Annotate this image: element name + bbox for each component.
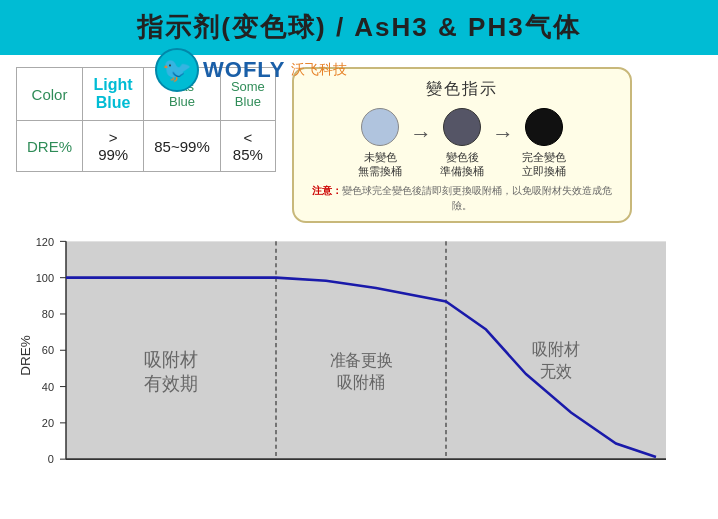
table-row-dre-label: DRE% xyxy=(17,121,83,172)
left-panel: Color Light Blue GasBlue SomeBlue DRE% >… xyxy=(16,67,276,223)
chart-svg: 0 20 40 60 80 100 120 DRE% 吸附材 有效期 准备更换 … xyxy=(16,231,702,511)
ball-item-2: 變色後準備換桶 xyxy=(440,108,484,179)
svg-text:40: 40 xyxy=(42,380,54,392)
note-red-label: 注意： xyxy=(312,185,342,196)
balls-row: 未變色無需換桶 → 變色後準備換桶 → 完全變色立即換桶 xyxy=(310,108,614,179)
page-title: 指示剂(变色球) / AsH3 & PH3气体 xyxy=(0,0,718,55)
ball-light xyxy=(361,108,399,146)
chart-area: 0 20 40 60 80 100 120 DRE% 吸附材 有效期 准备更换 … xyxy=(16,231,702,511)
ball-dark xyxy=(525,108,563,146)
table-val3: < 85% xyxy=(220,121,275,172)
indicator-title: 變色指示 xyxy=(310,79,614,100)
indicator-note: 注意：變色球完全變色後請即刻更換吸附桶，以免吸附材失效造成危險。 xyxy=(310,183,614,213)
ball-label-1: 未變色無需換桶 xyxy=(358,150,402,179)
table-col-some-blue: SomeBlue xyxy=(220,68,275,121)
svg-text:0: 0 xyxy=(48,453,54,465)
arrow-2: → xyxy=(492,121,514,147)
svg-text:准备更换: 准备更换 xyxy=(330,350,393,368)
color-table: Color Light Blue GasBlue SomeBlue DRE% >… xyxy=(16,67,276,172)
svg-text:80: 80 xyxy=(42,308,54,320)
title-text: 指示剂(变色球) / AsH3 & PH3气体 xyxy=(137,12,580,42)
svg-text:100: 100 xyxy=(36,271,54,283)
svg-text:吸附桶: 吸附桶 xyxy=(337,372,384,390)
table-col-header: Color xyxy=(17,68,83,121)
table-col-light-blue: Light Blue xyxy=(83,68,144,121)
main-content: Color Light Blue GasBlue SomeBlue DRE% >… xyxy=(0,55,718,223)
table-col-gas-blue: GasBlue xyxy=(144,68,220,121)
svg-text:吸附材: 吸附材 xyxy=(144,348,197,369)
ball-item-3: 完全變色立即換桶 xyxy=(522,108,566,179)
table-val2: 85~99% xyxy=(144,121,220,172)
indicator-box: 變色指示 未變色無需換桶 → 變色後準備換桶 → 完全變色立即換桶 注意：變色球… xyxy=(292,67,632,223)
ball-item-1: 未變色無需換桶 xyxy=(358,108,402,179)
svg-text:有效期: 有效期 xyxy=(144,372,197,393)
ball-medium xyxy=(443,108,481,146)
svg-text:DRE%: DRE% xyxy=(18,335,33,376)
svg-text:吸附材: 吸附材 xyxy=(532,340,579,358)
arrow-1: → xyxy=(410,121,432,147)
table-val1: > 99% xyxy=(83,121,144,172)
svg-text:20: 20 xyxy=(42,416,54,428)
svg-text:60: 60 xyxy=(42,344,54,356)
ball-label-2: 變色後準備換桶 xyxy=(440,150,484,179)
ball-label-3: 完全變色立即換桶 xyxy=(522,150,566,179)
svg-text:120: 120 xyxy=(36,235,54,247)
svg-text:无效: 无效 xyxy=(540,362,571,380)
